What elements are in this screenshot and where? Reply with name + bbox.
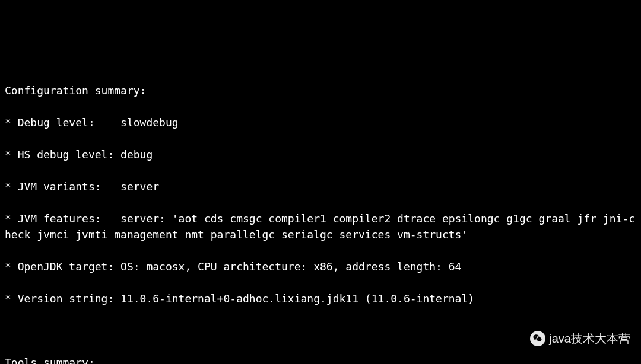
tools-header: Tools summary:	[5, 355, 636, 364]
config-version-string: * Version string: 11.0.6-internal+0-adho…	[5, 290, 636, 306]
config-jvm-variants: * JVM variants: server	[5, 178, 636, 194]
terminal-output: Configuration summary: * Debug level: sl…	[5, 66, 636, 364]
watermark-text: java技术大本营	[549, 330, 630, 347]
watermark: java技术大本营	[530, 330, 630, 347]
config-hs-debug-level: * HS debug level: debug	[5, 146, 636, 162]
config-openjdk-target: * OpenJDK target: OS: macosx, CPU archit…	[5, 258, 636, 274]
config-debug-level: * Debug level: slowdebug	[5, 114, 636, 130]
config-jvm-features: * JVM features: server: 'aot cds cmsgc c…	[5, 210, 636, 242]
wechat-icon	[530, 331, 545, 346]
config-header: Configuration summary:	[5, 82, 636, 98]
